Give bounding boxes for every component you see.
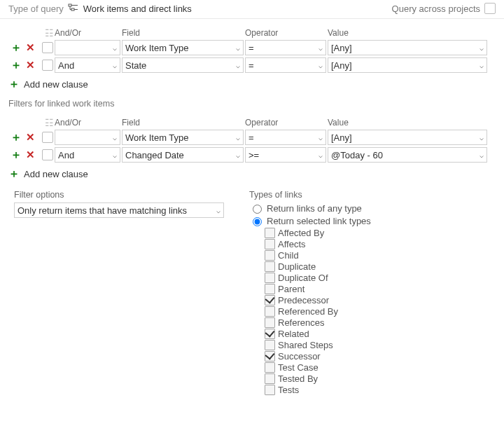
link-type-row[interactable]: Affects [265, 239, 496, 249]
remove-clause-button[interactable]: ✕ [24, 59, 36, 71]
link-type-row[interactable]: Duplicate [265, 261, 496, 272]
row-checkbox[interactable] [42, 42, 53, 53]
operator-select[interactable]: = ⌵ [245, 57, 326, 73]
field-select[interactable]: Work Item Type ⌵ [122, 40, 244, 55]
link-type-row[interactable]: Referenced By [265, 306, 496, 317]
link-type-checkbox[interactable] [265, 385, 275, 395]
field-select[interactable]: State ⌵ [122, 57, 244, 73]
andor-select[interactable]: ⌵ [55, 40, 120, 55]
chevron-down-icon: ⌵ [111, 134, 118, 142]
link-type-checkbox[interactable] [265, 362, 275, 373]
insert-clause-button[interactable]: ＋ [10, 59, 22, 71]
chevron-down-icon: ⌵ [234, 62, 241, 69]
add-clause-button-linked[interactable]: ＋ Add new clause [8, 167, 504, 181]
operator-select[interactable]: = ⌵ [245, 130, 326, 145]
radio-any[interactable] [253, 205, 262, 214]
link-type-row[interactable]: References [265, 317, 496, 328]
chevron-down-icon: ⌵ [317, 151, 324, 159]
row-checkbox[interactable] [42, 132, 53, 143]
row-checkbox[interactable] [42, 149, 53, 160]
link-type-row[interactable]: Affected By [265, 228, 496, 238]
field-select[interactable]: Changed Date ⌵ [122, 147, 244, 163]
col-value: Value [328, 28, 489, 38]
filter-options-label: Filter options [14, 190, 224, 200]
types-of-links-label: Types of links [249, 190, 496, 200]
andor-select[interactable]: And ⌵ [55, 147, 120, 163]
plus-icon: ＋ [8, 167, 20, 181]
col-operator: Operator [245, 28, 328, 38]
top-clause-grid: ☷ And/Or Field Operator Value ＋ ✕ ⌵ Work… [8, 25, 496, 73]
value-select[interactable]: [Any] ⌵ [328, 130, 487, 145]
remove-clause-button[interactable]: ✕ [24, 41, 36, 54]
clause-row: ＋ ✕ ⌵ Work Item Type ⌵ = ⌵ [Any] ⌵ [8, 40, 496, 55]
andor-select[interactable]: And ⌵ [55, 57, 120, 73]
add-clause-button-top[interactable]: ＋ Add new clause [8, 77, 504, 92]
cross-projects-label: Query across projects [392, 4, 480, 14]
chevron-down-icon: ⌵ [317, 134, 324, 142]
row-checkbox[interactable] [42, 60, 53, 71]
link-type-checkbox[interactable] [265, 329, 275, 339]
linked-clause-grid: ☷ And/Or Field Operator Value ＋ ✕ ⌵ Work… [8, 114, 496, 163]
operator-select[interactable]: = ⌵ [245, 40, 326, 55]
andor-select[interactable]: ⌵ [55, 130, 120, 145]
link-type-checkbox[interactable] [265, 273, 275, 283]
link-type-row[interactable]: Related [265, 329, 496, 339]
link-type-checkbox[interactable] [265, 295, 275, 305]
link-type-checkbox[interactable] [265, 284, 275, 294]
link-type-label: Tests [278, 385, 299, 395]
clause-row: ＋ ✕ And ⌵ Changed Date ⌵ >= ⌵ @Today - 6… [8, 147, 496, 163]
link-type-checkbox[interactable] [265, 261, 275, 272]
svg-rect-2 [71, 8, 74, 11]
chevron-down-icon: ⌵ [234, 134, 241, 142]
link-type-row[interactable]: Test Case [265, 362, 496, 373]
tree-icon: ☷ [45, 27, 54, 39]
radio-selected[interactable] [253, 217, 262, 226]
link-option-selected-label: Return selected link types [267, 216, 371, 226]
link-type-checkbox[interactable] [265, 250, 275, 261]
field-select[interactable]: Work Item Type ⌵ [122, 130, 244, 145]
col-field: Field [122, 118, 245, 128]
remove-clause-button[interactable]: ✕ [24, 131, 36, 144]
link-type-row[interactable]: Child [265, 250, 496, 261]
value-select[interactable]: [Any] ⌵ [328, 57, 487, 73]
value-select[interactable]: @Today - 60 ⌵ [328, 147, 487, 163]
link-type-row[interactable]: Successor [265, 351, 496, 362]
insert-clause-button[interactable]: ＋ [10, 149, 22, 161]
link-type-row[interactable]: Duplicate Of [265, 273, 496, 283]
link-type-checkbox[interactable] [265, 340, 275, 350]
link-type-label: Duplicate Of [278, 273, 328, 283]
link-type-row[interactable]: Shared Steps [265, 340, 496, 350]
link-type-row[interactable]: Tests [265, 385, 496, 395]
link-type-label: Referenced By [278, 306, 338, 317]
link-type-row[interactable]: Tested By [265, 373, 496, 384]
link-type-label: References [278, 317, 324, 328]
cross-projects-checkbox[interactable] [484, 3, 496, 14]
chevron-down-icon: ⌵ [215, 207, 222, 214]
link-type-checkbox[interactable] [265, 373, 275, 384]
operator-select[interactable]: >= ⌵ [245, 147, 326, 163]
link-option-any[interactable]: Return links of any type [249, 202, 496, 214]
link-type-row[interactable]: Parent [265, 284, 496, 294]
link-type-checkbox[interactable] [265, 228, 275, 238]
chevron-down-icon: ⌵ [317, 62, 324, 69]
link-type-checkbox[interactable] [265, 239, 275, 249]
link-type-checkbox[interactable] [265, 351, 275, 362]
tree-icon: ☷ [45, 117, 54, 128]
chevron-down-icon: ⌵ [478, 62, 485, 69]
link-option-selected[interactable]: Return selected link types [249, 215, 496, 226]
insert-clause-button[interactable]: ＋ [10, 41, 22, 54]
linked-section-label: Filters for linked work items [8, 99, 504, 109]
value-select[interactable]: [Any] ⌵ [328, 40, 487, 55]
insert-clause-button[interactable]: ＋ [10, 131, 22, 144]
col-value: Value [328, 118, 489, 128]
chevron-down-icon: ⌵ [234, 151, 241, 159]
link-type-label: Affected By [278, 228, 324, 238]
link-type-label: Test Case [278, 362, 318, 373]
link-type-checkbox[interactable] [265, 306, 275, 317]
col-andor: And/Or [55, 118, 122, 128]
filter-options-select[interactable]: Only return items that have matching lin… [14, 202, 224, 218]
remove-clause-button[interactable]: ✕ [24, 149, 36, 161]
link-type-label: Tested By [278, 373, 318, 384]
link-type-row[interactable]: Predecessor [265, 295, 496, 305]
link-type-checkbox[interactable] [265, 317, 275, 328]
